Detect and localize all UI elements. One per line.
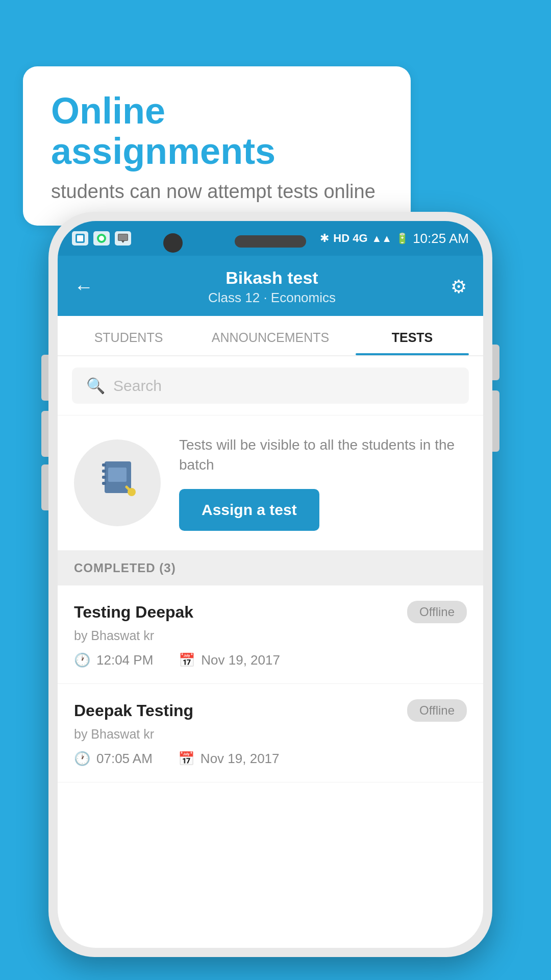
back-button[interactable]: ← — [74, 276, 93, 298]
svg-marker-5 — [121, 241, 124, 243]
search-container: 🔍 Search — [58, 356, 483, 415]
phone-btn-vol-left1 — [41, 355, 48, 401]
test-time-1: 12:04 PM — [96, 652, 153, 668]
phone-screen: ✱ HD 4G ▲▲ 🔋 10:25 AM ← Bikash test Clas… — [58, 221, 483, 948]
assign-section: Tests will be visible to all the student… — [58, 415, 483, 551]
search-placeholder: Search — [113, 377, 162, 395]
calendar-icon-1: 📅 — [179, 652, 195, 668]
test-item-header: Testing Deepak Offline — [74, 601, 467, 623]
app-header-top: ← Bikash test Class 12 · Economics ⚙ — [74, 268, 467, 316]
status-left-icons — [72, 231, 131, 246]
completed-header: COMPLETED (3) — [58, 551, 483, 585]
clock-icon-1: 🕐 — [74, 652, 90, 668]
camera — [163, 233, 183, 253]
speech-bubble: Online assignments students can now atte… — [23, 66, 411, 226]
test-item[interactable]: Testing Deepak Offline by Bhaswat kr 🕐 1… — [58, 585, 483, 684]
test-date-1: Nov 19, 2017 — [201, 652, 280, 668]
app-icon-1 — [72, 231, 88, 246]
tab-tests[interactable]: TESTS — [341, 316, 483, 355]
settings-button[interactable]: ⚙ — [450, 276, 467, 298]
meta-date-1: 📅 Nov 19, 2017 — [179, 652, 280, 668]
meta-time-1: 🕐 12:04 PM — [74, 652, 153, 668]
tab-students[interactable]: STUDENTS — [58, 316, 199, 355]
test-icon-circle — [74, 439, 161, 526]
signal-icon: ▲▲ — [372, 233, 392, 244]
assign-description: Tests will be visible to all the student… — [179, 435, 467, 475]
test-item-header-2: Deepak Testing Offline — [74, 699, 467, 722]
test-by-2: by Bhaswat kr — [74, 727, 467, 742]
test-title-2: Deepak Testing — [74, 701, 193, 720]
test-time-2: 07:05 AM — [96, 751, 153, 767]
battery-icon: 🔋 — [396, 232, 409, 244]
test-date-2: Nov 19, 2017 — [201, 751, 280, 767]
speaker — [235, 235, 306, 248]
meta-time-2: 🕐 07:05 AM — [74, 751, 153, 767]
tab-students-label: STUDENTS — [94, 330, 163, 345]
tab-tests-label: TESTS — [392, 330, 433, 345]
clock-icon-2: 🕐 — [74, 751, 90, 767]
app-icon-3 — [115, 231, 131, 246]
offline-badge-2: Offline — [407, 699, 467, 722]
phone-frame: ✱ HD 4G ▲▲ 🔋 10:25 AM ← Bikash test Clas… — [48, 212, 492, 957]
svg-point-13 — [128, 488, 136, 496]
header-title-block: Bikash test Class 12 · Economics — [208, 268, 336, 306]
test-meta-2: 🕐 07:05 AM 📅 Nov 19, 2017 — [74, 751, 467, 767]
svg-rect-8 — [102, 470, 106, 473]
assign-test-button[interactable]: Assign a test — [179, 489, 319, 531]
completed-label: COMPLETED (3) — [74, 561, 176, 575]
status-right: ✱ HD 4G ▲▲ 🔋 10:25 AM — [320, 231, 469, 247]
svg-rect-1 — [77, 235, 83, 241]
tab-announcements[interactable]: ANNOUNCEMENTS — [199, 316, 341, 355]
bluetooth-icon: ✱ — [320, 232, 329, 245]
svg-rect-10 — [102, 482, 106, 485]
test-item-2[interactable]: Deepak Testing Offline by Bhaswat kr 🕐 0… — [58, 684, 483, 782]
app-icon-2 — [93, 231, 110, 246]
phone-btn-vol-left2 — [41, 411, 48, 457]
notebook-icon — [97, 457, 138, 508]
search-bar[interactable]: 🔍 Search — [72, 368, 469, 404]
bubble-title: Online assignments — [51, 91, 383, 172]
calendar-icon-2: 📅 — [178, 751, 194, 767]
class-subtitle: Class 12 · Economics — [208, 290, 336, 306]
svg-rect-7 — [102, 463, 106, 467]
phone-btn-vol-right — [492, 390, 499, 452]
svg-rect-4 — [118, 234, 128, 240]
phone-btn-vol-left3 — [41, 464, 48, 510]
svg-rect-14 — [108, 468, 127, 482]
tab-announcements-label: ANNOUNCEMENTS — [212, 330, 330, 345]
bubble-subtitle: students can now attempt tests online — [51, 181, 383, 203]
status-time: 10:25 AM — [413, 231, 469, 247]
test-by-1: by Bhaswat kr — [74, 628, 467, 643]
test-meta-1: 🕐 12:04 PM 📅 Nov 19, 2017 — [74, 652, 467, 668]
svg-rect-9 — [102, 476, 106, 479]
test-title-1: Testing Deepak — [74, 603, 193, 622]
app-header: ← Bikash test Class 12 · Economics ⚙ — [58, 256, 483, 316]
phone-btn-power — [492, 345, 499, 380]
tab-bar: STUDENTS ANNOUNCEMENTS TESTS — [58, 316, 483, 356]
search-icon: 🔍 — [86, 377, 105, 395]
assign-right: Tests will be visible to all the student… — [179, 435, 467, 531]
offline-badge-1: Offline — [407, 601, 467, 623]
class-title: Bikash test — [208, 268, 336, 288]
meta-date-2: 📅 Nov 19, 2017 — [178, 751, 280, 767]
network-label: HD 4G — [333, 232, 367, 245]
